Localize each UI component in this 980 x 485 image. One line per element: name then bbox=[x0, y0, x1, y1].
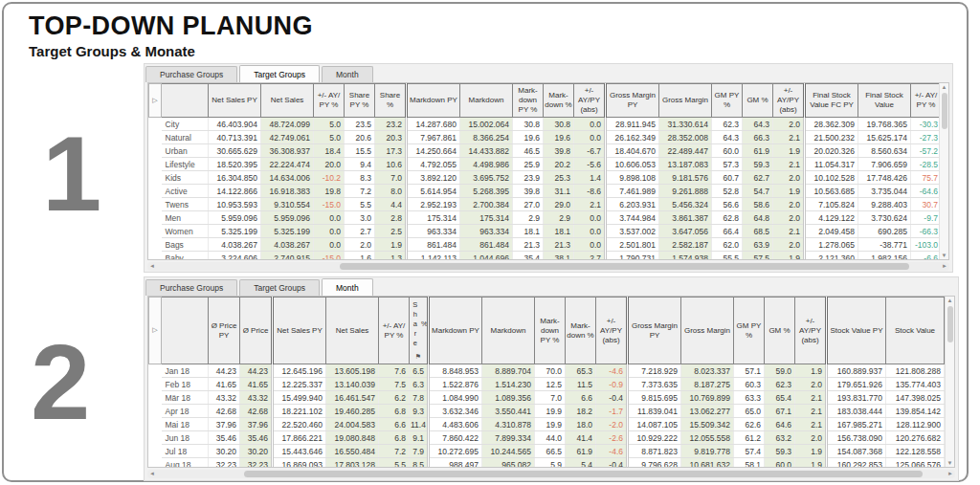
scroll-right-icon[interactable]: ► bbox=[947, 470, 953, 478]
column-header-gm[interactable]: GM % bbox=[765, 298, 795, 364]
row-expander-icon[interactable]: ▷ bbox=[149, 298, 162, 364]
column-header-ay-py-abs[interactable]: +/- AY/PY (abs) bbox=[574, 84, 606, 118]
tab-target-groups[interactable]: Target Groups bbox=[239, 65, 320, 82]
column-header-stock-value-py[interactable]: Stock Value PY bbox=[827, 298, 886, 364]
row-label[interactable]: Aug 18 bbox=[162, 458, 209, 468]
row-label[interactable]: Jul 18 bbox=[162, 445, 209, 458]
column-header-share[interactable]: Share % bbox=[375, 84, 407, 118]
column-header-share[interactable]: Share %⚑ bbox=[410, 298, 429, 364]
row-label[interactable]: Baby bbox=[162, 252, 209, 260]
cell: 31.1 bbox=[544, 185, 574, 198]
tab-target-groups[interactable]: Target Groups bbox=[239, 279, 320, 296]
column-header-markdown[interactable]: Markdown bbox=[482, 298, 535, 364]
row-expander-cell bbox=[149, 445, 162, 458]
column-header-mark-down-py[interactable]: Mark- down PY % bbox=[513, 84, 544, 118]
cell: -10.2 bbox=[314, 171, 345, 185]
cell: 66.5 bbox=[535, 445, 566, 458]
column-header-blank[interactable] bbox=[162, 84, 209, 118]
cell: 21.500.232 bbox=[805, 131, 858, 144]
column-header-markdown-py[interactable]: Markdown PY bbox=[429, 298, 482, 364]
vertical-scroll-thumb[interactable] bbox=[947, 306, 953, 342]
cell: 988.497 bbox=[429, 458, 482, 468]
column-header-net-sales-py[interactable]: Net Sales PY bbox=[209, 84, 261, 118]
column-header-ay-py[interactable]: +/- AY/ PY % bbox=[314, 84, 345, 118]
tab-purchase-groups[interactable]: Purchase Groups bbox=[145, 66, 237, 82]
scroll-right-icon[interactable]: ► bbox=[942, 262, 947, 271]
row-label[interactable]: Jan 18 bbox=[162, 364, 209, 378]
cell: 125.066.576 bbox=[886, 458, 945, 468]
cell: 23.9 bbox=[513, 171, 544, 185]
cell: 965.082 bbox=[482, 458, 535, 468]
vertical-scrollbar-1[interactable]: ▲ ▼ bbox=[939, 83, 948, 259]
row-label[interactable]: Apr 18 bbox=[162, 405, 209, 418]
horizontal-scrollbar-1[interactable]: ◄ ► bbox=[147, 262, 949, 271]
column-header-gross-margin[interactable]: Gross Margin bbox=[681, 298, 734, 364]
scroll-up-icon[interactable]: ▲ bbox=[940, 83, 948, 91]
row-label[interactable]: City bbox=[162, 118, 209, 131]
table-row: Feb 1841.6541.6512.225.33713.140.0397.56… bbox=[149, 378, 947, 391]
cell: 19.6 bbox=[513, 131, 544, 144]
scroll-left-icon[interactable]: ◄ bbox=[149, 470, 155, 478]
column-header-gm-py[interactable]: GM PY % bbox=[712, 84, 743, 118]
vertical-scroll-thumb[interactable] bbox=[942, 93, 947, 129]
scroll-down-icon[interactable]: ▼ bbox=[940, 252, 948, 259]
table-row: Natural40.713.39142.749.0615.020.620.37.… bbox=[149, 131, 941, 144]
cell: 39.8 bbox=[544, 144, 574, 158]
column-header-ay-py[interactable]: +/- AY/ PY % bbox=[379, 298, 410, 364]
column-header-gross-margin-py[interactable]: Gross Margin PY bbox=[606, 84, 659, 118]
column-header-mark-down-py[interactable]: Mark- down PY % bbox=[535, 298, 566, 364]
column-header-gross-margin[interactable]: Gross Margin bbox=[659, 84, 712, 118]
row-label[interactable]: Women bbox=[162, 225, 209, 238]
row-label[interactable]: Men bbox=[162, 211, 209, 225]
horizontal-scrollbar-2[interactable]: ◄ ► bbox=[147, 470, 955, 478]
column-header-final-stock-value[interactable]: Final Stock Value bbox=[858, 84, 911, 118]
row-expander-icon[interactable]: ▷ bbox=[149, 84, 162, 118]
row-label[interactable]: Feb 18 bbox=[162, 378, 209, 391]
cell: 18.0 bbox=[566, 418, 596, 431]
column-header-mark-down[interactable]: Mark- down % bbox=[544, 84, 574, 118]
column-header-price[interactable]: Ø Price bbox=[240, 298, 273, 364]
column-header-net-sales[interactable]: Net Sales bbox=[326, 298, 379, 364]
column-header-gm-py[interactable]: GM PY % bbox=[734, 298, 765, 364]
column-header-net-sales-py[interactable]: Net Sales PY bbox=[273, 298, 326, 364]
column-header-gm[interactable]: GM % bbox=[743, 84, 773, 118]
row-label[interactable]: Mai 18 bbox=[162, 418, 209, 431]
row-label[interactable]: Kids bbox=[162, 171, 209, 185]
table-row: Apr 1842.6842.6818.221.10219.460.2856.89… bbox=[149, 405, 947, 418]
scroll-down-icon[interactable]: ▼ bbox=[946, 459, 954, 467]
row-label[interactable]: Twens bbox=[162, 198, 209, 211]
row-label[interactable]: Active bbox=[162, 185, 209, 198]
column-header-mark-down[interactable]: Mark- down % bbox=[566, 298, 596, 364]
column-header-ay-py-abs[interactable]: +/- AY/PY (abs) bbox=[773, 84, 805, 118]
column-header-markdown[interactable]: Markdown bbox=[460, 84, 513, 118]
cell: 6.5 bbox=[410, 364, 429, 378]
row-label[interactable]: Jun 18 bbox=[162, 431, 209, 445]
row-label[interactable]: Urban bbox=[162, 144, 209, 158]
column-header-price-py[interactable]: Ø Price PY bbox=[209, 298, 240, 364]
horizontal-scroll-thumb[interactable] bbox=[244, 471, 923, 477]
tab-purchase-groups[interactable]: Purchase Groups bbox=[145, 279, 237, 296]
column-header-blank[interactable] bbox=[162, 298, 209, 364]
column-header-net-sales[interactable]: Net Sales bbox=[261, 84, 314, 118]
column-header-stock-value[interactable]: Stock Value bbox=[886, 298, 945, 364]
column-header-share-py[interactable]: Share PY % bbox=[345, 84, 375, 118]
column-header-ay-py-abs[interactable]: +/- AY/PY (abs) bbox=[795, 298, 827, 364]
column-header-gross-margin-py[interactable]: Gross Margin PY bbox=[628, 298, 681, 364]
tab-month[interactable]: Month bbox=[322, 66, 373, 82]
column-header-ay-py[interactable]: +/- AY/ PY % bbox=[911, 84, 941, 118]
vertical-scrollbar-2[interactable]: ▲ ▼ bbox=[945, 297, 954, 467]
row-label[interactable]: Mär 18 bbox=[162, 391, 209, 405]
column-header-markdown-py[interactable]: Markdown PY bbox=[407, 84, 460, 118]
row-label[interactable]: Bags bbox=[162, 238, 209, 252]
horizontal-scroll-thumb[interactable] bbox=[340, 263, 909, 270]
row-label[interactable]: Lifestyle bbox=[162, 158, 209, 171]
cell: 963.334 bbox=[407, 225, 460, 238]
cell: 7.0 bbox=[375, 171, 407, 185]
cell: 1.9 bbox=[773, 185, 805, 198]
scroll-up-icon[interactable]: ▲ bbox=[946, 297, 954, 304]
tab-month[interactable]: Month bbox=[322, 278, 373, 296]
column-header-ay-py-abs[interactable]: +/- AY/PY (abs) bbox=[596, 298, 628, 364]
column-header-final-stock-value-fc-py[interactable]: Final Stock Value FC PY bbox=[805, 84, 858, 118]
scroll-left-icon[interactable]: ◄ bbox=[149, 262, 155, 271]
row-label[interactable]: Natural bbox=[162, 131, 209, 144]
